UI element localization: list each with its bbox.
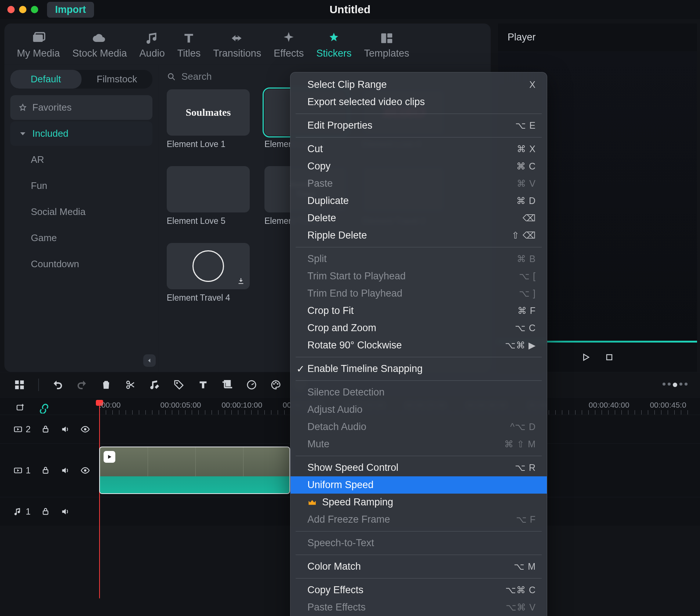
crop-button[interactable]	[220, 378, 234, 392]
menu-item[interactable]: Show Speed Control⌥ R	[291, 459, 547, 476]
tab-stock-media[interactable]: Stock Media	[69, 29, 130, 61]
tab-effects[interactable]: Effects	[271, 29, 307, 61]
sidebar-collapse-button[interactable]	[143, 354, 156, 367]
svg-point-5	[168, 74, 173, 78]
menu-item: Mute⌘ ⇧ M	[291, 436, 547, 453]
link-toggle[interactable]	[37, 401, 51, 415]
lock-icon[interactable]	[41, 507, 50, 516]
delete-button[interactable]	[99, 378, 113, 392]
menu-item: Detach Audio^⌥ D	[291, 418, 547, 436]
split-button[interactable]	[123, 378, 137, 392]
sticker-icon	[326, 31, 342, 46]
close-window-button[interactable]	[7, 6, 15, 13]
tab-label: Templates	[364, 48, 409, 59]
sidebar-favorites[interactable]: Favorites	[10, 95, 152, 120]
menu-shortcut: ⌥⌘ C	[505, 585, 536, 595]
tab-stickers[interactable]: Stickers	[313, 29, 354, 61]
menu-item-label: Silence Detection	[307, 387, 385, 398]
menu-item-label: Crop to Fit	[307, 305, 354, 316]
menu-item-label: Adjust Audio	[307, 404, 362, 415]
sidebar-item-label: Countdown	[31, 258, 79, 270]
menu-shortcut: ⌘ ⇧ M	[504, 439, 536, 450]
menu-shortcut: ⌥ ]	[519, 288, 536, 299]
thumb-image	[167, 243, 250, 289]
menu-item[interactable]: Edit Properties⌥ E	[291, 117, 547, 134]
window-title: Untitled	[0, 3, 700, 16]
ruler-tick-label: 00:00:40:00	[589, 401, 629, 409]
sidebar-item-social-media[interactable]: Social Media	[10, 200, 152, 224]
menu-item[interactable]: Crop to Fit⌘ F	[291, 302, 547, 319]
sidebar-item-ar[interactable]: AR	[10, 147, 152, 172]
search-input[interactable]	[181, 71, 291, 83]
audio-edit-button[interactable]	[148, 378, 162, 392]
track-header: 1	[0, 506, 99, 517]
sidebar-item-countdown[interactable]: Countdown	[10, 252, 152, 276]
mute-icon[interactable]	[61, 466, 70, 475]
scissors-icon	[125, 379, 136, 390]
undo-button[interactable]	[51, 378, 65, 392]
menu-item[interactable]: Duplicate⌘ D	[291, 192, 547, 209]
tab-label: Transitions	[213, 48, 261, 59]
zoom-indicator[interactable]	[663, 383, 688, 387]
menu-item[interactable]: Delete⌫	[291, 209, 547, 227]
tab-titles[interactable]: Titles	[174, 29, 204, 61]
sidebar-item-game[interactable]: Game	[10, 226, 152, 250]
tab-audio[interactable]: Audio	[137, 29, 168, 61]
text-tool-button[interactable]	[196, 378, 210, 392]
menu-item[interactable]: Speed Ramping	[291, 494, 547, 511]
tab-transitions[interactable]: Transitions	[210, 29, 264, 61]
source-filmstock[interactable]: Filmstock	[82, 70, 153, 89]
download-button[interactable]	[236, 276, 246, 286]
import-button[interactable]: Import	[47, 2, 94, 18]
lock-icon[interactable]	[41, 425, 50, 434]
menu-item[interactable]: Copy⌘ C	[291, 158, 547, 175]
mute-icon[interactable]	[61, 425, 70, 434]
play-button[interactable]	[579, 351, 592, 364]
sticker-thumb[interactable]: Element Travel 4	[167, 243, 250, 303]
menu-item[interactable]: Uniform Speed	[291, 476, 547, 494]
menu-item[interactable]: Cut⌘ X	[291, 140, 547, 158]
timeline-clip[interactable]	[99, 447, 290, 494]
speed-button[interactable]	[245, 378, 259, 392]
lock-icon[interactable]	[41, 466, 50, 475]
menu-shortcut: ⌥ C	[515, 323, 536, 333]
menu-item[interactable]: Copy Effects⌥⌘ C	[291, 581, 547, 599]
menu-item[interactable]: Rotate 90° Clockwise⌥⌘ ▶	[291, 337, 547, 354]
menu-shortcut: ⌘ B	[517, 254, 536, 264]
mute-icon[interactable]	[61, 507, 70, 516]
eye-icon[interactable]	[80, 425, 90, 434]
menu-item[interactable]: Export selected video clips	[291, 93, 547, 111]
color-button[interactable]	[269, 378, 283, 392]
sidebar-included[interactable]: Included	[10, 121, 152, 146]
eye-icon[interactable]	[80, 466, 90, 475]
menu-item-label: Speed Ramping	[307, 497, 393, 508]
sticker-sidebar: Default Filmstock Favorites Included AR …	[4, 65, 159, 372]
tab-label: Titles	[177, 48, 201, 59]
menu-item[interactable]: Enable Timeline Snapping	[291, 360, 547, 377]
menu-item-label: Trim Start to Playhead	[307, 271, 406, 282]
minimize-window-button[interactable]	[19, 6, 26, 13]
sticker-thumb[interactable]: Element Love 1	[167, 89, 250, 149]
menu-item-label: Crop and Zoom	[307, 322, 376, 334]
menu-shortcut: ⌥ E	[515, 120, 536, 131]
tab-my-media[interactable]: My Media	[14, 29, 63, 61]
menu-item-label: Export selected video clips	[307, 96, 425, 108]
source-default[interactable]: Default	[10, 70, 82, 89]
add-track-button[interactable]	[14, 401, 26, 414]
menu-item[interactable]: Crop and Zoom⌥ C	[291, 319, 547, 337]
context-menu: Select Clip RangeXExport selected video …	[290, 72, 547, 616]
sidebar-item-fun[interactable]: Fun	[10, 173, 152, 198]
redo-button[interactable]	[75, 378, 89, 392]
zoom-window-button[interactable]	[31, 6, 38, 13]
grid-toggle-button[interactable]	[12, 378, 26, 392]
music-note-icon	[144, 31, 160, 46]
link-icon	[39, 402, 50, 413]
sidebar-item-label: Favorites	[32, 102, 72, 113]
menu-item[interactable]: Select Clip RangeX	[291, 76, 547, 93]
tab-templates[interactable]: Templates	[361, 29, 412, 61]
sticker-thumb[interactable]: Element Love 5	[167, 166, 250, 226]
marker-button[interactable]	[172, 378, 186, 392]
menu-item[interactable]: Ripple Delete⇧ ⌫	[291, 227, 547, 244]
stop-button[interactable]	[603, 351, 616, 364]
menu-item[interactable]: Color Match⌥ M	[291, 558, 547, 575]
